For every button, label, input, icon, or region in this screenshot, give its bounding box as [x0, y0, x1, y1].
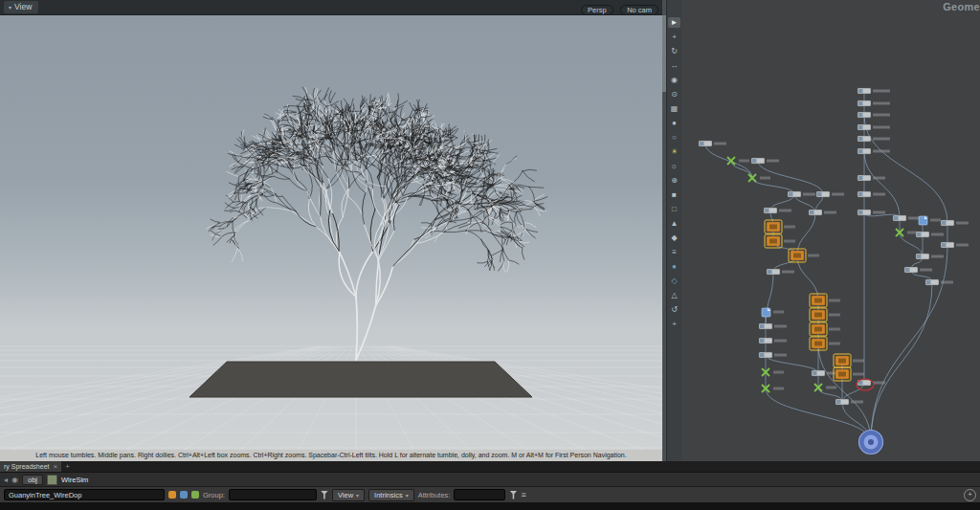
select-tool-icon[interactable]: ►	[668, 17, 680, 28]
network-node-orange[interactable]	[810, 337, 840, 350]
persp-button[interactable]: Persp	[581, 5, 613, 15]
network-node-gray[interactable]	[788, 191, 815, 197]
network-node-orange[interactable]	[810, 294, 840, 307]
network-node-gray[interactable]	[858, 175, 885, 181]
handles-tool-icon[interactable]: ◉	[668, 75, 680, 85]
network-node-gray[interactable]	[916, 232, 944, 237]
network-node-gray[interactable]	[751, 158, 779, 164]
network-node-gray[interactable]	[858, 100, 890, 106]
close-tab-icon[interactable]: ×	[53, 462, 57, 471]
attributes-input[interactable]	[454, 489, 505, 500]
network-node-green[interactable]	[814, 384, 836, 391]
network-node-badge[interactable]	[762, 308, 784, 317]
network-node-gray[interactable]	[858, 136, 890, 142]
grid-snap-icon[interactable]: ▦	[668, 103, 680, 114]
network-node-gray[interactable]	[759, 352, 787, 358]
network-node-gray[interactable]	[699, 141, 726, 146]
network-node-green[interactable]	[727, 157, 749, 165]
path-node-name[interactable]: WireSim	[61, 476, 88, 484]
network-node-gray[interactable]	[759, 323, 787, 329]
points-display-icon[interactable]: ●	[668, 261, 680, 272]
network-node-orange[interactable]	[810, 322, 840, 336]
network-node-gray[interactable]	[835, 399, 863, 405]
network-node-green[interactable]	[762, 368, 784, 376]
network-node-gray[interactable]	[893, 215, 921, 221]
pin-icon[interactable]: ◉	[11, 476, 18, 484]
display-options-icon[interactable]: ≡	[668, 247, 680, 257]
history-back-icon[interactable]: ◂	[4, 476, 8, 484]
network-node-gray[interactable]	[916, 254, 944, 259]
spreadsheet-toolbar: GuanyinTree_WireDop Group: View ▾ Intrin…	[0, 486, 980, 502]
scale-tool-icon[interactable]: ↔	[668, 60, 680, 71]
node-path-field[interactable]: GuanyinTree_WireDop	[4, 489, 165, 500]
lighting-icon[interactable]: ☀	[668, 146, 680, 157]
network-node-badge[interactable]	[919, 216, 941, 225]
network-node-gray[interactable]	[858, 191, 885, 197]
translate-tool-icon[interactable]: +	[668, 32, 680, 42]
wire-tree	[207, 87, 547, 360]
headlight-icon[interactable]: ☼	[668, 161, 680, 171]
network-node-gray[interactable]	[941, 242, 969, 248]
network-node-gray[interactable]	[925, 279, 953, 285]
viewport-header: ▾ View Persp No cam	[0, 0, 662, 15]
network-node-orange[interactable]	[834, 354, 864, 367]
network-path-bar: ◂ ◉ obj WireSim	[0, 472, 980, 486]
template-flag-icon[interactable]	[180, 491, 188, 499]
no-cam-button[interactable]: No cam	[620, 5, 658, 15]
group-input[interactable]	[229, 489, 317, 500]
shaded-mode-icon[interactable]: ●	[668, 118, 680, 128]
network-node-orange[interactable]	[834, 367, 864, 381]
network-node-gray[interactable]	[858, 210, 885, 215]
normals-display-icon[interactable]: ◇	[668, 276, 680, 286]
attributes-funnel-icon[interactable]	[509, 491, 517, 499]
node-type-icon	[47, 475, 57, 485]
intrinsics-dropdown[interactable]: Intrinsics ▾	[368, 489, 414, 501]
pin-flag-icon[interactable]	[191, 491, 199, 499]
network-node-orange[interactable]	[789, 249, 819, 262]
network-node-gray[interactable]	[858, 124, 890, 130]
viewport-3d-canvas[interactable]	[0, 15, 662, 450]
up-axis-icon[interactable]: ▲	[668, 218, 680, 229]
network-node-gray[interactable]	[809, 210, 836, 215]
network-node-gray[interactable]	[759, 338, 787, 344]
filter-funnel-icon[interactable]	[321, 491, 328, 499]
network-node-orange[interactable]	[765, 234, 795, 248]
view-tab-label: View	[14, 2, 32, 11]
flag-icon[interactable]	[168, 491, 176, 499]
network-node-gray[interactable]	[904, 267, 932, 273]
new-tab-icon[interactable]: +	[65, 462, 70, 471]
add-pane-icon[interactable]: +	[964, 489, 976, 501]
view-dropdown[interactable]: View ▾	[332, 489, 365, 501]
node-wires	[705, 91, 947, 442]
mirror-icon[interactable]: ◆	[668, 233, 680, 243]
view-pivot-icon[interactable]: ⊕	[668, 175, 680, 186]
network-node-bigblue[interactable]	[859, 431, 883, 455]
network-node-gray[interactable]	[858, 88, 890, 94]
network-node-gray[interactable]	[858, 148, 890, 154]
network-editor-pane[interactable]: Geome	[681, 0, 980, 461]
group-display-icon[interactable]: △	[668, 290, 680, 300]
network-node-orange[interactable]	[810, 308, 840, 322]
reset-view-icon[interactable]: ↺	[668, 304, 680, 315]
network-node-green[interactable]	[762, 385, 784, 392]
more-tools-icon[interactable]: +	[668, 319, 680, 329]
path-root-obj[interactable]: obj	[22, 475, 43, 485]
rotate-tool-icon[interactable]: ↻	[668, 46, 680, 56]
network-node-gray[interactable]	[941, 220, 969, 226]
network-node-gray[interactable]	[764, 208, 791, 213]
list-menu-icon[interactable]: ≡	[521, 490, 525, 499]
network-node-orange[interactable]	[765, 220, 795, 233]
camera-buttons: Persp No cam	[578, 0, 658, 16]
ground-plane	[189, 362, 532, 397]
snap-tool-icon[interactable]: ⊙	[668, 89, 680, 100]
camera-icon[interactable]: ■	[668, 189, 680, 200]
frame-view-icon[interactable]: □	[668, 204, 680, 214]
network-node-gray[interactable]	[858, 112, 890, 118]
bottom-tab-bar: ry Spreadsheet × +	[0, 461, 980, 472]
view-tab[interactable]: ▾ View	[4, 1, 38, 13]
network-node-green[interactable]	[896, 229, 918, 236]
network-node-gray[interactable]	[816, 191, 844, 197]
geometry-spreadsheet-tab[interactable]: ry Spreadsheet ×	[0, 461, 61, 472]
wireframe-mode-icon[interactable]: ○	[668, 132, 680, 143]
network-node-gray[interactable]	[767, 269, 794, 275]
